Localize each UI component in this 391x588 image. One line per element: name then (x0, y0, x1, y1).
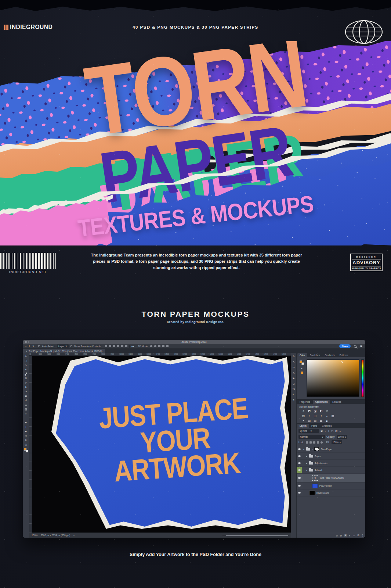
expand-arrow-icon[interactable]: ▸ (306, 462, 309, 465)
layer-name[interactable]: BackGround (316, 492, 329, 494)
hue-slider[interactable] (361, 359, 364, 397)
lock-pixels-icon[interactable] (309, 441, 312, 444)
eye-icon[interactable] (298, 462, 301, 464)
window-titlebar[interactable]: Adobe Photoshop 2023 (23, 340, 365, 344)
adjustment-icon[interactable]: ◭ (325, 419, 329, 422)
lock-artboard-icon[interactable] (317, 441, 319, 444)
eye-icon[interactable] (298, 448, 301, 450)
layer-name[interactable]: Just Place Your Artwork (320, 477, 344, 479)
layer-visibility-cell[interactable] (297, 474, 302, 482)
layer-filter-icon[interactable]: ◧ (335, 430, 337, 433)
layers-footer-icon[interactable]: ▭ (353, 534, 355, 537)
layers-footer-icon[interactable]: fx (340, 534, 342, 537)
toolbar-tool-icon[interactable]: ↺ (23, 398, 29, 402)
status-chevron-icon[interactable]: > (73, 534, 75, 537)
layers-footer-icon[interactable]: ⊞ (357, 534, 359, 537)
collapsed-panel-icon[interactable]: ✑ (293, 366, 294, 369)
panel-tab[interactable]: Layers (297, 424, 309, 428)
layer-visibility-cell[interactable] (297, 467, 302, 473)
adjustment-icon[interactable]: ▽ (325, 409, 329, 413)
zoom-level[interactable]: 100% (32, 534, 38, 537)
layer-row[interactable]: T BackGround (297, 490, 365, 496)
panel-fg-bg-swatch[interactable] (300, 361, 304, 365)
collapsed-panel-icon[interactable]: ¶ (293, 398, 294, 401)
adjustment-icon[interactable]: ▤ (302, 414, 305, 417)
3d-orbit-icon[interactable] (150, 345, 152, 347)
window-controls[interactable] (25, 341, 29, 343)
document-tab[interactable]: × TornPaper-Mockup-04.psd @ 100% (Just P… (23, 349, 105, 353)
layer-filter-icon[interactable]: ● (339, 430, 341, 433)
toolbar-tool-icon[interactable]: ✚ (23, 385, 29, 389)
gamut-color-chip[interactable] (301, 372, 303, 374)
adjustment-icon[interactable]: ◑ (319, 414, 323, 417)
collapsed-panel-icon[interactable]: Tk (292, 388, 295, 390)
more-options-icon[interactable]: ••• (131, 345, 134, 348)
toolbar-tool-icon[interactable]: ○ (23, 412, 29, 416)
adjustment-icon[interactable]: ◪ (314, 409, 317, 413)
adjustment-icon[interactable]: ◐ (308, 414, 311, 417)
foreground-background-swatch[interactable] (24, 448, 28, 452)
kind-filter-dropdown[interactable]: Q Kind ∨ (298, 429, 319, 433)
workspace-switcher-icon[interactable]: ▣ (360, 345, 362, 348)
transform-controls-checkbox[interactable] (70, 345, 72, 347)
panel-tab[interactable]: Gradients (322, 353, 337, 357)
toolbar-tool-icon[interactable]: ✛ (23, 354, 29, 358)
toolbar-tool-icon[interactable]: ▶ (23, 429, 29, 433)
adjustment-icon[interactable]: ☀ (302, 409, 305, 413)
eye-icon[interactable] (298, 455, 301, 457)
move-tool-icon[interactable]: ✛ (28, 345, 30, 348)
toolbar-tool-icon[interactable]: ∿ (23, 363, 29, 367)
toolbar-tool-icon[interactable]: ⊞ (23, 376, 29, 380)
toolbar-tool-icon[interactable]: ✶ (23, 368, 29, 372)
adjustment-icon[interactable]: ◧ (319, 409, 323, 413)
toolbar-tool-icon[interactable]: ◻ (23, 434, 29, 438)
toolbar-tool-icon[interactable]: T (23, 425, 29, 429)
toolbar-tool-icon[interactable]: ▞ (23, 372, 29, 376)
layer-filter-icon[interactable]: ▣ (321, 430, 323, 433)
lock-transparent-icon[interactable] (306, 441, 308, 444)
scrollbar-thumb[interactable] (226, 535, 288, 536)
layer-row[interactable]: ▸ T Adjustments (297, 460, 365, 467)
toolbar-tool-icon[interactable]: ▭ (23, 403, 29, 407)
adjustment-icon[interactable]: ◒ (325, 414, 329, 417)
toolbar-tool-icon[interactable]: ✑ (23, 390, 29, 394)
layer-filter-icon[interactable]: T (328, 430, 329, 433)
layer-visibility-cell[interactable] (297, 490, 302, 496)
horizontal-scrollbar[interactable] (222, 535, 289, 536)
layer-row[interactable]: ▾ ∞ T Torn Paper (297, 446, 365, 453)
3d-roll-icon[interactable] (154, 345, 156, 347)
collapsed-panel-icon[interactable]: ✎ (293, 361, 294, 363)
panel-tab[interactable]: Color (297, 353, 307, 357)
expand-arrow-icon[interactable]: ▾ (303, 448, 306, 451)
auto-select-checkbox[interactable] (38, 345, 40, 347)
close-tab-icon[interactable]: × (26, 350, 27, 352)
panel-tab[interactable]: Libraries (330, 400, 343, 404)
expand-arrow-icon[interactable]: ▸ (306, 455, 309, 458)
toolbar-tool-icon[interactable]: ▣ (23, 394, 29, 398)
panel-tab[interactable]: Channels (320, 424, 334, 428)
layers-footer-icon[interactable]: ∞ (336, 534, 338, 537)
adjustment-icon[interactable]: ▦ (331, 414, 334, 417)
toolbar-tool-icon[interactable]: ✐ (23, 381, 29, 385)
text-layer-thumbnail[interactable]: T (312, 475, 318, 481)
layer-visibility-cell[interactable] (297, 453, 302, 459)
canvas[interactable]: JUST PLACE YOUR ARTWORK (29, 356, 291, 533)
3d-pan-icon[interactable] (158, 345, 160, 347)
home-icon[interactable]: ⌂ (25, 345, 26, 348)
toolbar-tool-icon[interactable]: ▨ (23, 407, 29, 411)
toolbar-tool-icon[interactable]: ◔ (23, 416, 29, 420)
layer-name[interactable]: Torn Paper (321, 448, 333, 451)
adjustment-icon[interactable]: ◩ (308, 409, 311, 413)
layer-filter-icon[interactable]: ▢ (331, 430, 333, 433)
layer-name[interactable]: Paper (315, 455, 321, 458)
toolbar-tool-icon[interactable]: ✒ (23, 420, 29, 424)
expand-arrow-icon[interactable]: ▾ (306, 469, 309, 472)
search-icon[interactable] (354, 345, 356, 348)
layers-footer-icon[interactable]: ◐ (349, 534, 350, 537)
adjustment-icon[interactable]: ◓ (302, 419, 305, 422)
panel-tab[interactable]: Adjustments (313, 400, 330, 404)
tool-preset-chevron-icon[interactable]: ∨ (32, 345, 34, 348)
collapsed-panel-icon[interactable]: ▶ (293, 377, 295, 380)
distribute-h-icon[interactable] (125, 345, 127, 347)
collapsed-panel-icon[interactable]: ⇤ (293, 393, 294, 396)
